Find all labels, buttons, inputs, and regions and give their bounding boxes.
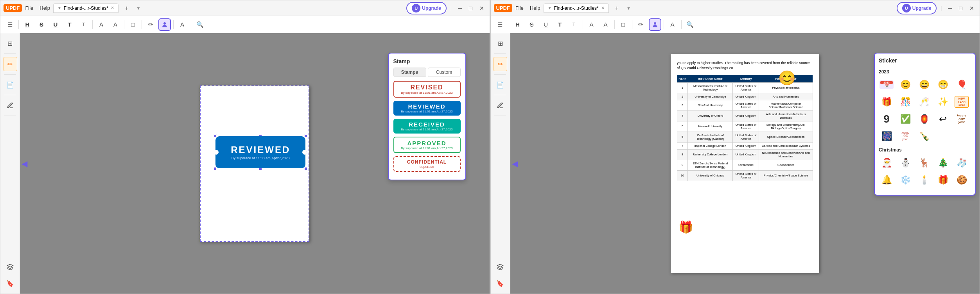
sidebar-thumbnail-right[interactable]: ⊞ <box>493 36 507 50</box>
win-max-left[interactable]: □ <box>467 4 474 12</box>
sticker-laugh[interactable]: 😄 <box>916 77 932 93</box>
sticker-happy-new-year-text[interactable]: happynewyear <box>954 111 969 127</box>
sticker-check[interactable]: ✅ <box>897 111 913 127</box>
border-btn-left[interactable]: □ <box>127 18 139 31</box>
stamp-tab-stamps[interactable]: Stamps <box>393 68 426 77</box>
sidebar-pages-right[interactable]: 📄 <box>493 78 507 92</box>
sticker-arrow-undo[interactable]: ↩ <box>935 111 951 127</box>
sticker-balloons[interactable]: 🎈 <box>954 77 969 93</box>
sidebar-bookmark-right[interactable]: 🔖 <box>493 276 507 290</box>
menu-help-left[interactable]: Help <box>39 5 50 11</box>
sticker-sparkles[interactable]: ✨ <box>935 94 951 110</box>
pen-btn-left[interactable]: ✏ <box>144 18 157 31</box>
tab-close-right[interactable]: ✕ <box>601 5 605 11</box>
fontcolor-btn-left[interactable]: A <box>176 18 188 31</box>
sidebar-toggle-btn-right[interactable]: ☰ <box>494 18 506 31</box>
win-min-left[interactable]: ─ <box>456 4 464 12</box>
highlight-btn-left[interactable]: H <box>21 18 34 31</box>
menu-help-right[interactable]: Help <box>530 5 540 11</box>
sticker-bell[interactable]: 🔔 <box>879 172 894 188</box>
win-max-right[interactable]: □ <box>957 4 965 12</box>
stamp-approved[interactable]: APPROVED By superace at 11:01 am,Apr27,2… <box>393 137 461 153</box>
tab-dropdown-right[interactable]: ▼ <box>626 6 631 11</box>
upgrade-btn-left[interactable]: U Upgrade <box>406 2 447 14</box>
border-btn-right[interactable]: □ <box>617 18 630 31</box>
sidebar-layers-right[interactable] <box>493 260 507 274</box>
gift-sticker-on-page[interactable]: 🎁 <box>678 220 693 234</box>
handle-bl[interactable] <box>214 167 217 170</box>
sticker-num9[interactable]: 9 <box>879 111 894 127</box>
title-tab-left[interactable]: ▼ Find-and-...r-Studies* ✕ <box>53 4 118 13</box>
emoji-sticker-on-page[interactable]: 😊 <box>778 70 796 86</box>
menu-file-left[interactable]: File <box>25 5 33 11</box>
sticker-calendar[interactable]: 2023 📅 <box>879 77 894 93</box>
highlight-btn-right[interactable]: H <box>512 18 524 31</box>
underline-btn-left[interactable]: U <box>49 18 62 31</box>
fontcolor-btn-right[interactable]: A <box>666 18 679 31</box>
title-tab-right[interactable]: ▼ Find-and-...r-Studies* ✕ <box>544 4 609 13</box>
sticker-party[interactable]: 🎊 <box>897 94 913 110</box>
upgrade-btn-right[interactable]: U Upgrade <box>897 2 937 14</box>
page-stamp[interactable]: REVIEWED By superace at 11:08 am,Apr27,2… <box>215 136 305 168</box>
tab-dropdown-left[interactable]: ▼ <box>136 6 140 11</box>
tab-add-right[interactable]: + <box>612 5 622 12</box>
strikethrough-btn-left[interactable]: S <box>35 18 48 31</box>
search-btn-left[interactable]: 🔍 <box>194 18 206 31</box>
stamp-confidential[interactable]: CONFIDENTIAL superace <box>393 156 461 172</box>
sidebar-thumbnail[interactable]: ⊞ <box>3 36 17 50</box>
sticker-cookie[interactable]: 🍪 <box>954 172 969 188</box>
handle-tl[interactable] <box>214 134 217 137</box>
sidebar-edit[interactable] <box>3 98 17 112</box>
win-close-right[interactable]: ✕ <box>967 4 976 12</box>
sticker-gift2[interactable]: 🎁 <box>935 172 951 188</box>
search-btn-right[interactable]: 🔍 <box>684 18 696 31</box>
sticker-btn-right[interactable] <box>649 18 661 31</box>
sticker-fireworks[interactable]: 🎆 <box>879 128 894 144</box>
tab-add-left[interactable]: + <box>122 5 131 12</box>
sticker-scroll[interactable]: 2023 2023 📅 😊 😄 😁 🎈 <box>879 67 971 191</box>
sidebar-annotate-right[interactable]: ✏ <box>493 57 507 71</box>
sidebar-toggle-btn-left[interactable]: ☰ <box>4 18 16 31</box>
text-color-btn-left[interactable]: T <box>63 18 76 31</box>
sidebar-bookmark[interactable]: 🔖 <box>3 276 17 290</box>
page-nav-right[interactable]: ◀ <box>512 159 518 168</box>
underline-btn-right[interactable]: U <box>540 18 552 31</box>
win-close-left[interactable]: ✕ <box>477 4 486 12</box>
sticker-lantern[interactable]: 🏮 <box>916 111 932 127</box>
win-min-right[interactable]: ─ <box>946 4 955 12</box>
sticker-deer[interactable]: 🦌 <box>916 155 932 171</box>
sticker-clinking[interactable]: 🥂 <box>916 94 932 110</box>
sidebar-pages[interactable]: 📄 <box>3 78 17 92</box>
handle-tr[interactable] <box>304 134 307 137</box>
page-nav-left[interactable]: ◀ <box>22 159 27 168</box>
textbox-btn-right[interactable]: T <box>568 18 580 31</box>
sticker-happy-new-year-script[interactable]: happynewyear. <box>897 128 913 144</box>
tab-close-left[interactable]: ✕ <box>111 5 114 11</box>
sidebar-annotate[interactable]: ✏ <box>3 57 17 71</box>
sticker-snowman[interactable]: ⛄ <box>897 155 913 171</box>
strikethrough-btn-right[interactable]: S <box>526 18 538 31</box>
sticker-snowflake[interactable]: ❄️ <box>897 172 913 188</box>
sidebar-layers[interactable] <box>3 260 17 274</box>
text-color-btn-right[interactable]: T <box>554 18 566 31</box>
pen-btn-right[interactable]: ✏ <box>635 18 647 31</box>
fill-btn-left[interactable]: A <box>109 18 122 31</box>
sticker-stocking[interactable]: 🧦 <box>954 155 969 171</box>
stamp-revised[interactable]: REVISED By superace at 11:01 am,Apr27,20… <box>393 81 461 98</box>
sticker-gift[interactable]: 🎁 <box>879 94 894 110</box>
sticker-smiley[interactable]: 😊 <box>897 77 913 93</box>
sticker-newyear-banner[interactable]: NEWYEAR2023 <box>954 94 969 110</box>
handle-br[interactable] <box>304 167 307 170</box>
stamp-received[interactable]: RECEIVED By superace at 11:01 am,Apr27,2… <box>393 119 461 134</box>
fill-btn-right[interactable]: A <box>599 18 612 31</box>
stamp-btn-left[interactable] <box>158 18 171 31</box>
sticker-candle[interactable]: 🕯️ <box>916 172 932 188</box>
stamp-tab-custom[interactable]: Custom <box>428 68 461 77</box>
stamp-reviewed[interactable]: REVIEWED By superace at 11:01 am,Apr27,2… <box>393 101 461 116</box>
sidebar-edit-right[interactable] <box>493 98 507 112</box>
sticker-grin-sweat[interactable]: 😁 <box>935 77 951 93</box>
sticker-tree[interactable]: 🎄 <box>935 155 951 171</box>
textbox-btn-left[interactable]: T <box>77 18 90 31</box>
sticker-bottle[interactable]: 🍾 <box>916 128 932 144</box>
highlight2-btn-right[interactable]: A <box>585 18 598 31</box>
